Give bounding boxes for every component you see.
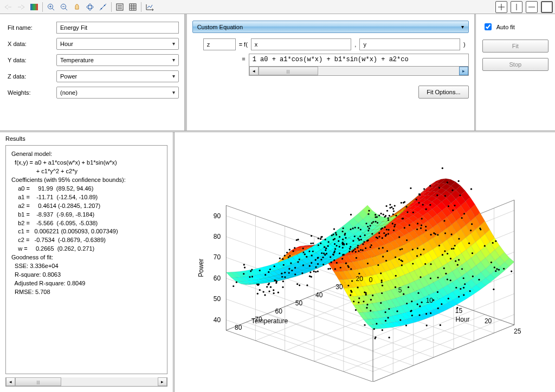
svg-point-1165 xyxy=(470,230,472,231)
scroll-left-icon[interactable]: ◂ xyxy=(6,377,15,386)
svg-point-1063 xyxy=(327,245,329,247)
svg-point-1302 xyxy=(341,243,343,244)
layout-1x2-icon[interactable] xyxy=(511,1,522,13)
svg-point-1282 xyxy=(410,187,411,189)
svg-point-1007 xyxy=(383,232,385,234)
svg-point-1350 xyxy=(251,269,253,270)
svg-point-994 xyxy=(381,279,383,281)
layout-2x2-icon[interactable] xyxy=(495,1,507,13)
svg-point-1204 xyxy=(389,207,391,208)
svg-point-1270 xyxy=(388,337,390,338)
zdata-select[interactable]: Power xyxy=(56,70,179,82)
svg-point-1103 xyxy=(393,226,395,227)
stop-button[interactable]: Stop xyxy=(482,58,548,71)
fit-type-select[interactable]: Custom Equation xyxy=(192,21,469,33)
svg-point-1081 xyxy=(437,234,438,236)
svg-text:80: 80 xyxy=(235,324,242,331)
svg-point-1297 xyxy=(318,244,319,246)
svg-text:0: 0 xyxy=(369,276,373,284)
svg-point-1173 xyxy=(422,204,424,205)
svg-point-1306 xyxy=(317,257,319,258)
surface-plot-icon[interactable] xyxy=(28,1,40,13)
svg-point-1363 xyxy=(385,235,386,237)
fit-button[interactable]: Fit xyxy=(482,40,548,53)
svg-text:50: 50 xyxy=(295,299,303,307)
svg-point-1284 xyxy=(302,247,304,249)
svg-text:25: 25 xyxy=(514,328,521,335)
svg-point-1209 xyxy=(354,248,356,250)
svg-point-975 xyxy=(365,223,367,224)
scroll-thumb[interactable]: ||| xyxy=(259,67,318,75)
fitname-input[interactable] xyxy=(56,22,179,34)
svg-point-1106 xyxy=(358,250,359,252)
weights-select[interactable]: (none) xyxy=(56,87,179,99)
results-line: a2 = 0.4614 (-0.2845, 1.207) xyxy=(11,202,162,211)
autofit-checkbox[interactable]: Auto fit xyxy=(482,22,548,32)
svg-point-1102 xyxy=(320,238,321,240)
svg-point-1354 xyxy=(420,253,422,255)
svg-point-1273 xyxy=(266,286,268,288)
data-cursor-icon[interactable] xyxy=(97,1,109,13)
ydata-select[interactable]: Temperature xyxy=(56,54,179,66)
svg-point-1329 xyxy=(417,292,419,294)
svg-point-1359 xyxy=(360,239,362,240)
toolbar xyxy=(0,0,555,14)
svg-point-1227 xyxy=(322,257,324,258)
legend-icon[interactable] xyxy=(114,1,126,13)
layout-2x1-icon[interactable] xyxy=(526,1,538,13)
grid-icon[interactable] xyxy=(127,1,139,13)
scroll-right-icon[interactable]: ▸ xyxy=(459,67,468,75)
zoom-out-icon[interactable] xyxy=(58,1,70,13)
svg-point-1133 xyxy=(291,270,293,271)
results-hscroll[interactable]: ◂ ||| ▸ xyxy=(5,377,167,387)
equation-hscroll[interactable]: ◂ ||| ▸ xyxy=(249,67,469,76)
svg-point-1267 xyxy=(324,254,326,256)
xdata-select[interactable]: Hour xyxy=(56,38,179,50)
svg-point-1135 xyxy=(334,248,336,250)
svg-point-1370 xyxy=(389,215,390,217)
svg-point-1009 xyxy=(430,277,431,279)
svg-point-1276 xyxy=(399,249,401,250)
zoom-in-icon[interactable] xyxy=(45,1,57,13)
results-line: General model: xyxy=(11,150,162,159)
results-and-plot: Results General model: f(x,y) = a0 + a1*… xyxy=(0,132,555,392)
svg-point-1295 xyxy=(273,292,274,294)
svg-point-1360 xyxy=(289,249,291,250)
equation-body-input[interactable]: 1 a0 + a1*cos(w*x) + b1*sin(w*x) + a2*co xyxy=(249,54,469,67)
svg-point-967 xyxy=(268,290,270,292)
fit-options-button[interactable]: Fit Options... xyxy=(418,86,468,99)
surface-plot[interactable]: 405060708090051015202520304050607080Powe… xyxy=(175,132,555,392)
svg-point-1084 xyxy=(425,208,427,210)
svg-point-1260 xyxy=(350,268,352,270)
scroll-left-icon[interactable]: ◂ xyxy=(249,67,259,75)
svg-point-986 xyxy=(491,262,492,263)
svg-point-1184 xyxy=(333,252,335,253)
layout-1x1-icon[interactable] xyxy=(541,1,553,13)
svg-point-1046 xyxy=(425,230,427,231)
scroll-thumb[interactable]: ||| xyxy=(15,377,61,386)
svg-point-1357 xyxy=(444,250,446,252)
svg-point-1163 xyxy=(330,256,331,258)
svg-point-1268 xyxy=(412,212,414,213)
svg-point-1187 xyxy=(333,254,334,256)
scroll-right-icon[interactable]: ▸ xyxy=(158,377,167,386)
svg-point-1344 xyxy=(333,239,334,240)
svg-point-1136 xyxy=(470,188,472,190)
arg1-input[interactable] xyxy=(251,38,352,50)
svg-point-1259 xyxy=(341,231,343,232)
pan-icon[interactable] xyxy=(71,1,83,13)
svg-point-1293 xyxy=(339,236,340,238)
svg-point-1157 xyxy=(292,250,294,252)
svg-point-1349 xyxy=(460,288,461,290)
svg-point-1170 xyxy=(304,253,306,255)
svg-point-1141 xyxy=(275,282,277,284)
axes-limits-icon[interactable] xyxy=(144,1,156,13)
arg2-input[interactable] xyxy=(359,38,460,50)
rotate-3d-icon[interactable] xyxy=(84,1,96,13)
svg-point-1281 xyxy=(365,292,366,294)
lhs-input[interactable] xyxy=(203,38,236,50)
svg-point-1286 xyxy=(308,250,310,252)
svg-point-1367 xyxy=(423,188,425,190)
svg-point-1192 xyxy=(367,263,369,264)
svg-text:Power: Power xyxy=(197,259,205,277)
